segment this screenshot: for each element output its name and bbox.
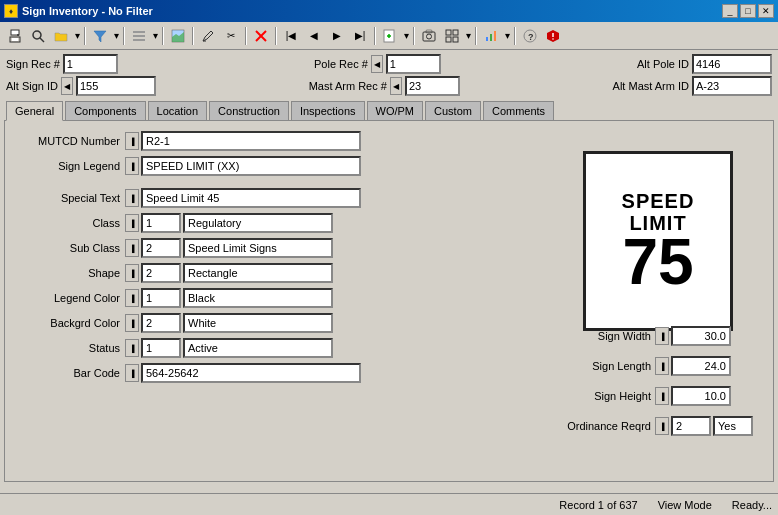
backgrd-color-value-input[interactable] <box>183 313 333 333</box>
delete-button[interactable] <box>250 25 272 47</box>
svg-rect-25 <box>486 37 488 41</box>
tab-location[interactable]: Location <box>148 101 208 121</box>
sub-class-code-input[interactable] <box>141 238 181 258</box>
mutcd-input[interactable] <box>141 131 361 151</box>
legend-color-value-input[interactable] <box>183 288 333 308</box>
svg-rect-24 <box>453 37 458 42</box>
close-button[interactable]: ✕ <box>758 4 774 18</box>
pole-rec-input[interactable] <box>386 54 441 74</box>
photo-button[interactable] <box>418 25 440 47</box>
filter-arrow-button[interactable]: ▾ <box>112 25 120 47</box>
sign-legend-input[interactable] <box>141 156 361 176</box>
edit-button[interactable] <box>197 25 219 47</box>
grid-button[interactable] <box>441 25 463 47</box>
shape-code-input[interactable] <box>141 263 181 283</box>
mast-arm-group: Mast Arm Rec # ◀ <box>309 76 460 96</box>
new-button[interactable] <box>379 25 401 47</box>
record-status-section: Record 1 of 637 <box>559 499 637 511</box>
class-value-input[interactable] <box>183 213 333 233</box>
svg-rect-23 <box>446 37 451 42</box>
ordinance-code-input[interactable] <box>671 416 711 436</box>
chart-arrow-button[interactable]: ▾ <box>503 25 511 47</box>
backgrd-color-code-input[interactable] <box>141 313 181 333</box>
grid-arrow-button[interactable]: ▾ <box>464 25 472 47</box>
toolbar: ▾ ▾ ▾ ✂ |◀ ◀ ▶ ▶| ▾ ▾ ▾ ? <box>0 22 778 50</box>
folder-arrow-button[interactable]: ▾ <box>73 25 81 47</box>
special-text-label: Special Text <box>15 192 125 204</box>
list-arrow-button[interactable]: ▾ <box>151 25 159 47</box>
view-mode-label: View Mode <box>658 499 712 511</box>
filter-button[interactable] <box>89 25 111 47</box>
tab-comments[interactable]: Comments <box>483 101 554 121</box>
shape-value-input[interactable] <box>183 263 333 283</box>
tab-inspections[interactable]: Inspections <box>291 101 365 121</box>
tab-general[interactable]: General <box>6 101 63 121</box>
stop-button[interactable] <box>542 25 564 47</box>
tab-custom[interactable]: Custom <box>425 101 481 121</box>
legend-color-code-input[interactable] <box>141 288 181 308</box>
mast-arm-input[interactable] <box>405 76 460 96</box>
svg-rect-18 <box>423 32 435 41</box>
new-arrow-button[interactable]: ▾ <box>402 25 410 47</box>
backgrd-color-icon: ▐ <box>125 314 139 332</box>
tab-components[interactable]: Components <box>65 101 145 121</box>
sep6 <box>275 27 277 45</box>
mutcd-icon: ▐ <box>125 132 139 150</box>
pole-nav-left[interactable]: ◀ <box>371 55 383 73</box>
list-button[interactable] <box>128 25 150 47</box>
pole-rec-label: Pole Rec # <box>314 58 368 70</box>
next-button[interactable]: ▶ <box>326 25 348 47</box>
sign-height-input[interactable] <box>671 386 731 406</box>
svg-point-3 <box>17 34 19 36</box>
special-text-input[interactable] <box>141 188 361 208</box>
mast-arm-nav[interactable]: ◀ <box>390 77 402 95</box>
barcode-input[interactable] <box>141 363 361 383</box>
special-text-icon: ▐ <box>125 189 139 207</box>
maximize-button[interactable]: □ <box>740 4 756 18</box>
last-button[interactable]: ▶| <box>349 25 371 47</box>
sign-rec-input[interactable] <box>63 54 118 74</box>
sign-height-label: Sign Height <box>555 390 655 402</box>
status-value-input[interactable] <box>183 338 333 358</box>
alt-pole-input[interactable] <box>692 54 772 74</box>
tab-wopm[interactable]: WO/PM <box>367 101 424 121</box>
first-button[interactable]: |◀ <box>280 25 302 47</box>
ordinance-value-input[interactable] <box>713 416 753 436</box>
sub-class-value-input[interactable] <box>183 238 333 258</box>
right-fields: Sign Width ▐ Sign Length ▐ Sign Height ▐… <box>555 326 753 441</box>
sign-length-input[interactable] <box>671 356 731 376</box>
sep1 <box>84 27 86 45</box>
svg-rect-26 <box>490 34 492 41</box>
barcode-label: Bar Code <box>15 367 125 379</box>
svg-rect-22 <box>453 30 458 35</box>
mutcd-row: MUTCD Number ▐ <box>15 131 763 151</box>
map-button[interactable] <box>167 25 189 47</box>
alt-mast-arm-input[interactable] <box>692 76 772 96</box>
title-bar: ♦ Sign Inventory - No Filter _ □ ✕ <box>0 0 778 22</box>
alt-sign-input[interactable] <box>76 76 156 96</box>
alt-sign-nav[interactable]: ◀ <box>61 77 73 95</box>
prev-button[interactable]: ◀ <box>303 25 325 47</box>
record-status-text: Record 1 of 637 <box>559 499 637 511</box>
sep3 <box>162 27 164 45</box>
sign-text-speed: SPEED <box>622 190 695 212</box>
sign-width-row: Sign Width ▐ <box>555 326 753 346</box>
folder-button[interactable] <box>50 25 72 47</box>
svg-rect-27 <box>494 31 496 41</box>
help-button[interactable]: ? <box>519 25 541 47</box>
sign-width-input[interactable] <box>671 326 731 346</box>
minimize-button[interactable]: _ <box>722 4 738 18</box>
status-code-input[interactable] <box>141 338 181 358</box>
alt-mast-arm-group: Alt Mast Arm ID <box>613 76 772 96</box>
tab-construction[interactable]: Construction <box>209 101 289 121</box>
print-button[interactable] <box>4 25 26 47</box>
status-icon: ▐ <box>125 339 139 357</box>
scissors-button[interactable]: ✂ <box>220 25 242 47</box>
chart-button[interactable] <box>480 25 502 47</box>
class-code-input[interactable] <box>141 213 181 233</box>
search-button[interactable] <box>27 25 49 47</box>
alt-sign-group: Alt Sign ID ◀ <box>6 76 156 96</box>
shape-label: Shape <box>15 267 125 279</box>
svg-point-19 <box>427 34 432 39</box>
content-panel: MUTCD Number ▐ Sign Legend ▐ Special Tex… <box>4 120 774 482</box>
